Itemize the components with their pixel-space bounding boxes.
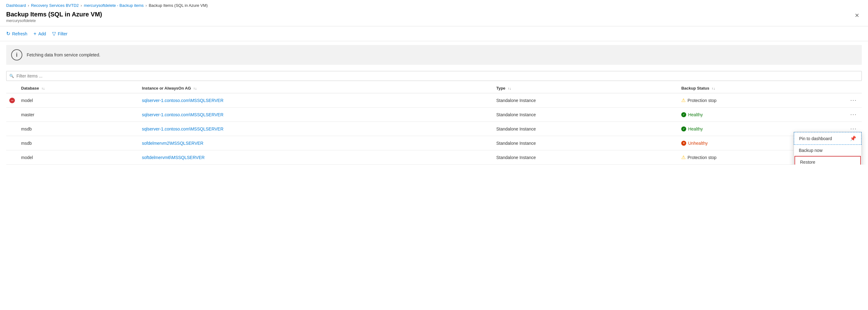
table-row: mastersqlserver-1.contoso.com\MSSQLSERVE… [6, 108, 862, 122]
backup-now-label: Backup now [799, 148, 823, 153]
row-database: model [18, 150, 139, 165]
row-type: Standalone Instance [493, 150, 678, 165]
sort-status-icon[interactable]: ↑↓ [712, 87, 715, 90]
instance-link[interactable]: sqlserver-1.contoso.com\MSSQLSERVER [142, 127, 224, 132]
banner-message: Fetching data from service completed. [27, 53, 100, 57]
row-icon [6, 136, 18, 150]
status-label: Protection stop [687, 98, 716, 103]
filter-label: Filter [58, 31, 67, 36]
row-instance[interactable]: sqlserver-1.contoso.com\MSSQLSERVER [139, 108, 493, 122]
filter-button[interactable]: ▽ Filter [52, 29, 67, 38]
add-button[interactable]: + Add [33, 30, 46, 38]
refresh-label: Refresh [12, 31, 27, 36]
page-header: Backup Items (SQL in Azure VM) mercuryso… [0, 10, 868, 26]
row-database: model [18, 93, 139, 108]
row-menu-button[interactable]: ··· [848, 111, 859, 118]
check-icon: ✓ [681, 112, 686, 117]
table-row: msdbsofdelmervm2\MSSQLSERVERStandalone I… [6, 136, 862, 150]
breadcrumb: Dashboard › Recovery Services BVTD2 › me… [0, 0, 868, 10]
breadcrumb-recovery-services[interactable]: Recovery Services BVTD2 [31, 3, 79, 8]
close-button[interactable]: ✕ [852, 11, 862, 20]
toolbar: ↻ Refresh + Add ▽ Filter [0, 26, 868, 41]
add-icon: + [33, 31, 36, 37]
row-backup-status: ⚠ Protection stop [678, 93, 845, 108]
row-type: Standalone Instance [493, 108, 678, 122]
table-row: msdbsqlserver-1.contoso.com\MSSQLSERVERS… [6, 122, 862, 136]
col-instance: Instance or AlwaysOn AG ↑↓ [139, 83, 493, 93]
breadcrumb-dashboard[interactable]: Dashboard [6, 3, 26, 8]
sort-type-icon[interactable]: ↑↓ [508, 87, 511, 90]
page-subtitle: mercurysoftdelete [6, 19, 102, 23]
row-instance[interactable]: softdelmervm6\MSSQLSERVER [139, 150, 493, 165]
instance-link[interactable]: softdelmervm6\MSSQLSERVER [142, 155, 205, 160]
table-header-row: Database ↑↓ Instance or AlwaysOn AG ↑↓ T… [6, 83, 862, 93]
row-icon [6, 150, 18, 165]
refresh-button[interactable]: ↻ Refresh [6, 29, 27, 38]
status-label: Healthy [688, 127, 703, 132]
context-menu: Pin to dashboard 📌 Backup now Restore St… [794, 132, 862, 165]
sort-database-icon[interactable]: ↑↓ [41, 87, 45, 90]
context-menu-pin[interactable]: Pin to dashboard 📌 [794, 132, 862, 145]
row-backup-status: ✓ Healthy [678, 108, 845, 122]
row-menu-button[interactable]: ··· [848, 96, 859, 104]
instance-link[interactable]: sofdelmervm2\MSSQLSERVER [142, 141, 204, 146]
refresh-icon: ↻ [6, 31, 10, 37]
x-icon: ✕ [681, 141, 686, 146]
warning-icon: ⚠ [681, 97, 686, 103]
row-database: master [18, 108, 139, 122]
backup-items-table: Database ↑↓ Instance or AlwaysOn AG ↑↓ T… [6, 83, 862, 165]
row-instance[interactable]: sofdelmervm2\MSSQLSERVER [139, 136, 493, 150]
col-icon [6, 83, 18, 93]
add-label: Add [38, 31, 46, 36]
status-label: Unhealthy [688, 141, 708, 146]
status-label: Healthy [688, 112, 703, 117]
status-healthy: ✓ Healthy [681, 112, 842, 117]
row-type: Standalone Instance [493, 93, 678, 108]
instance-link[interactable]: sqlserver-1.contoso.com\MSSQLSERVER [142, 98, 224, 103]
row-actions[interactable]: ··· [845, 93, 862, 108]
filter-icon: ▽ [52, 31, 56, 37]
filter-input-row [0, 69, 868, 83]
row-database: msdb [18, 122, 139, 136]
row-database: msdb [18, 136, 139, 150]
info-banner: i Fetching data from service completed. [6, 45, 862, 65]
stop-icon: − [9, 98, 15, 103]
col-database: Database ↑↓ [18, 83, 139, 93]
context-menu-backup-now[interactable]: Backup now [794, 145, 862, 156]
context-menu-restore[interactable]: Restore [795, 156, 861, 165]
filter-input-wrapper [6, 71, 862, 81]
row-icon [6, 122, 18, 136]
row-type: Standalone Instance [493, 122, 678, 136]
row-type: Standalone Instance [493, 136, 678, 150]
breadcrumb-backup-items[interactable]: mercurysoftdelete - Backup items [84, 3, 144, 8]
instance-link[interactable]: sqlserver-1.contoso.com\MSSQLSERVER [142, 112, 224, 117]
status-healthy: ✓ Healthy [681, 127, 842, 132]
row-icon: − [6, 93, 18, 108]
sort-instance-icon[interactable]: ↑↓ [193, 87, 197, 90]
check-icon: ✓ [681, 127, 686, 132]
row-instance[interactable]: sqlserver-1.contoso.com\MSSQLSERVER [139, 122, 493, 136]
row-icon [6, 108, 18, 122]
table-wrapper: Database ↑↓ Instance or AlwaysOn AG ↑↓ T… [0, 83, 868, 165]
page-title: Backup Items (SQL in Azure VM) [6, 11, 102, 18]
table-row: −modelsqlserver-1.contoso.com\MSSQLSERVE… [6, 93, 862, 108]
filter-input[interactable] [6, 71, 862, 81]
row-actions[interactable]: ··· [845, 108, 862, 122]
warning-icon: ⚠ [681, 154, 686, 160]
row-instance[interactable]: sqlserver-1.contoso.com\MSSQLSERVER [139, 93, 493, 108]
col-actions [845, 83, 862, 93]
col-type: Type ↑↓ [493, 83, 678, 93]
status-label: Protection stop [687, 155, 716, 160]
breadcrumb-current: Backup Items (SQL in Azure VM) [149, 3, 208, 8]
col-backup-status: Backup Status ↑↓ [678, 83, 845, 93]
table-row: modelsoftdelmervm6\MSSQLSERVERStandalone… [6, 150, 862, 165]
pin-to-dashboard-label: Pin to dashboard [799, 136, 832, 141]
info-icon: i [11, 49, 22, 61]
restore-label: Restore [800, 160, 815, 165]
status-protection: ⚠ Protection stop [681, 97, 842, 103]
pin-icon: 📌 [850, 135, 856, 141]
